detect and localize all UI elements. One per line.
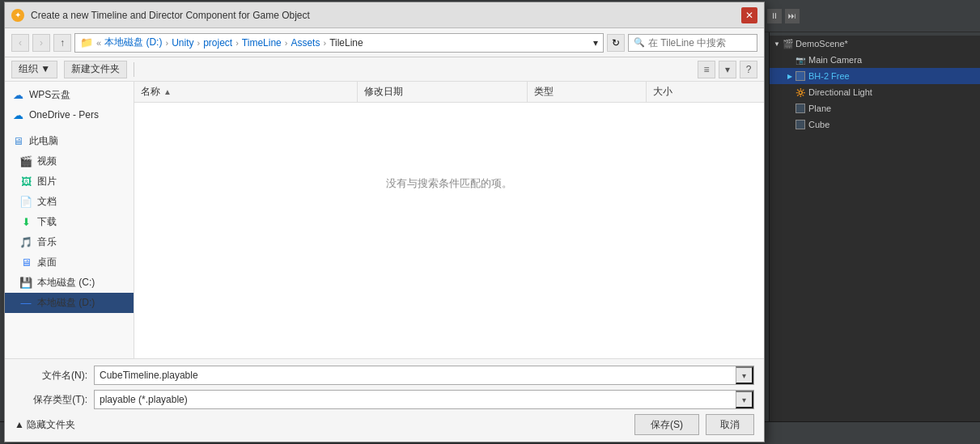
bc-sep2: ›: [197, 38, 200, 48]
hierarchy-item-dirlight[interactable]: 🔆 Directional Light: [770, 84, 980, 100]
empty-message: 没有与搜索条件匹配的项。: [134, 103, 764, 264]
breadcrumb-folder-icon: 📁: [80, 36, 93, 49]
filename-input[interactable]: [95, 366, 736, 384]
dialog-filelist: 名称 ▲ 修改日期 类型 大小 没有与搜索条件匹配的项。: [134, 82, 764, 358]
col-date-label: 修改日期: [364, 86, 403, 97]
sort-arrow-icon: ▲: [163, 87, 172, 96]
pc-label: 此电脑: [29, 134, 58, 148]
maincamera-icon: 📷: [795, 56, 805, 65]
demoscene-icon: 🎬: [783, 39, 794, 49]
sidebar-item-drive-d[interactable]: — 本地磁盘 (D:): [5, 293, 134, 313]
filetype-input[interactable]: [95, 391, 736, 408]
file-dialog: ✦ Create a new Timeline and Director Com…: [4, 2, 765, 442]
col-name-label: 名称: [141, 85, 160, 99]
filetype-input-container: ▾: [94, 390, 754, 409]
col-date-header[interactable]: 修改日期: [358, 82, 528, 102]
sidebar-item-drive-c[interactable]: 💾 本地磁盘 (C:): [5, 273, 134, 293]
onedrive-icon: ☁: [11, 108, 24, 121]
step-btn[interactable]: ⏭: [785, 9, 800, 23]
breadcrumb-project[interactable]: project: [203, 37, 232, 49]
images-label: 图片: [37, 175, 57, 188]
filename-dropdown-btn[interactable]: ▾: [736, 366, 753, 384]
hierarchy-item-demoscene[interactable]: ▼ 🎬 DemoScene*: [770, 36, 980, 52]
new-folder-btn[interactable]: 新建文件夹: [64, 61, 127, 78]
sidebar-item-images[interactable]: 🖼 图片: [5, 171, 134, 192]
filename-input-container: ▾: [94, 366, 754, 385]
breadcrumb-expand-icon[interactable]: ▾: [593, 37, 598, 49]
dialog-title: Create a new Timeline and Director Compo…: [31, 10, 735, 21]
view-btn[interactable]: ≡: [698, 61, 715, 78]
wps-cloud-icon: ☁: [11, 89, 24, 102]
drive-d-icon: —: [19, 297, 32, 310]
bh2free-expand-icon: ▶: [786, 73, 794, 80]
toolbar-separator: [134, 62, 134, 77]
video-label: 视频: [37, 154, 57, 168]
filetype-row: 保存类型(T): ▾: [15, 390, 754, 409]
filetype-label: 保存类型(T):: [15, 393, 87, 407]
demoscene-expand-icon: ▼: [773, 40, 781, 48]
new-folder-label: 新建文件夹: [71, 62, 120, 76]
sidebar-item-music[interactable]: 🎵 音乐: [5, 232, 134, 252]
onedrive-label: OneDrive - Pers: [29, 109, 99, 121]
search-input[interactable]: [648, 37, 752, 49]
bc-sep4: ›: [285, 38, 288, 48]
breadcrumb-timeline[interactable]: TimeLine: [242, 37, 282, 49]
col-name-header[interactable]: 名称 ▲: [134, 82, 358, 102]
breadcrumb-assets[interactable]: Assets: [291, 37, 320, 49]
dialog-footer: ▲ 隐藏文件夹 保存(S) 取消: [15, 414, 754, 435]
dialog-close-btn[interactable]: ✕: [741, 7, 757, 23]
bc-sep5: ›: [323, 38, 326, 48]
hierarchy-item-maincamera[interactable]: 📷 Main Camera: [770, 52, 980, 68]
sidebar-item-wps[interactable]: ☁ WPS云盘: [5, 85, 134, 105]
hierarchy-panel: ▼ 层级 ⋮ 🔍 All 🗎 ▼ 🎬 DemoScene* 📷 Main Ca: [769, 0, 980, 421]
sidebar-divider: [5, 125, 134, 131]
demoscene-label: DemoScene*: [795, 39, 848, 49]
cancel-label: 取消: [720, 418, 740, 432]
sidebar-item-pc[interactable]: 🖥 此电脑: [5, 131, 134, 151]
video-icon: 🎬: [19, 155, 32, 168]
cube-label: Cube: [808, 120, 829, 129]
pause-btn[interactable]: ⏸: [767, 9, 782, 23]
help-btn[interactable]: ?: [740, 61, 757, 78]
dirlight-icon: 🔆: [795, 88, 805, 97]
sidebar-item-desktop[interactable]: 🖥 桌面: [5, 252, 134, 273]
hierarchy-item-cube[interactable]: Cube: [770, 116, 980, 133]
bh2free-label: BH-2 Free: [808, 71, 850, 81]
filetype-dropdown-btn[interactable]: ▾: [736, 391, 753, 408]
toolbar-right-group: ≡ ▾ ?: [698, 61, 757, 78]
save-btn[interactable]: 保存(S): [634, 414, 699, 435]
maincamera-label: Main Camera: [808, 55, 862, 65]
sidebar-item-onedrive[interactable]: ☁ OneDrive - Pers: [5, 105, 134, 125]
dirlight-label: Directional Light: [808, 87, 872, 97]
breadcrumb-tileline: TileLine: [329, 37, 363, 49]
organize-btn[interactable]: 组织 ▼: [11, 61, 57, 78]
nav-back-btn[interactable]: ‹: [11, 34, 29, 52]
drive-c-label: 本地磁盘 (C:): [37, 276, 95, 290]
drive-d-label: 本地磁盘 (D:): [37, 296, 95, 310]
transport-area: ⏸ ⏭: [761, 0, 980, 32]
dialog-navbar: ‹ › ↑ 📁 « 本地磁盘 (D:) › Unity › project › …: [5, 28, 764, 57]
hide-folders-btn[interactable]: ▲ 隐藏文件夹: [15, 418, 75, 432]
refresh-btn[interactable]: ↻: [607, 34, 625, 52]
dialog-titlebar: ✦ Create a new Timeline and Director Com…: [5, 2, 764, 28]
plane-icon: [795, 104, 805, 113]
hide-folders-label: ▲ 隐藏文件夹: [15, 418, 75, 432]
col-type-header[interactable]: 类型: [528, 82, 646, 102]
breadcrumb-bar: 📁 « 本地磁盘 (D:) › Unity › project › TimeLi…: [74, 33, 604, 53]
nav-forward-btn[interactable]: ›: [32, 34, 50, 52]
sidebar-item-downloads[interactable]: ⬇ 下载: [5, 212, 134, 232]
breadcrumb-drive-d[interactable]: 本地磁盘 (D:): [104, 36, 162, 49]
nav-up-btn[interactable]: ↑: [53, 34, 71, 52]
plane-label: Plane: [808, 104, 831, 113]
hierarchy-item-plane[interactable]: Plane: [770, 100, 980, 116]
filelist-header: 名称 ▲ 修改日期 类型 大小: [134, 82, 764, 103]
wps-label: WPS云盘: [29, 88, 70, 102]
breadcrumb-unity[interactable]: Unity: [172, 37, 193, 49]
col-size-header[interactable]: 大小: [647, 82, 764, 102]
sort-btn[interactable]: ▾: [719, 61, 736, 78]
sidebar-item-docs[interactable]: 📄 文档: [5, 192, 134, 212]
hierarchy-item-bh2free[interactable]: ▶ BH-2 Free: [770, 68, 980, 84]
sidebar-item-video[interactable]: 🎬 视频: [5, 151, 134, 171]
organize-label: 组织 ▼: [19, 62, 50, 76]
cancel-btn[interactable]: 取消: [706, 414, 754, 435]
